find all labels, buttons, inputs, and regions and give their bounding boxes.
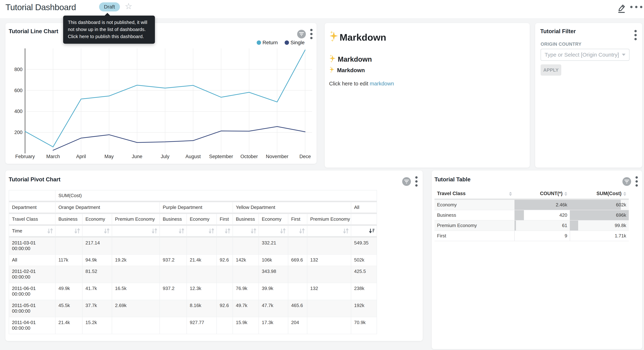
pivot-corner-cell (9, 190, 56, 202)
count-cell: 2.46k (514, 200, 570, 210)
pivot-cell: 927.77 (187, 317, 217, 334)
applied-filters-icon[interactable] (402, 177, 411, 186)
pivot-cell: 106k (259, 254, 288, 266)
pivot-cell: 16.5k (112, 283, 160, 300)
pivot-row-dim-header: Department (9, 202, 56, 214)
pivot-class-header: Economy (259, 214, 288, 226)
markdown-h3: Markdown (329, 66, 365, 74)
pivot-sort-header[interactable] (288, 226, 307, 238)
column-header-count[interactable]: COUNT(*) (514, 188, 570, 200)
travel-class-cell: Business (434, 210, 514, 220)
markdown-paragraph: Click here to edit markdown (329, 81, 394, 87)
pivot-sort-header[interactable] (259, 226, 288, 238)
origin-country-label: ORIGIN COUNTRY (540, 42, 582, 47)
origin-country-select[interactable]: Type or Select [Origin Country] (540, 49, 630, 61)
favorite-star-icon[interactable]: ☆ (125, 1, 132, 12)
x-tick-label: June (132, 154, 142, 159)
pivot-cell (187, 266, 217, 283)
sort-caret-icon (623, 192, 626, 196)
tooltip-line: not show up in the list of dashboards. (68, 26, 150, 33)
pivot-sort-header[interactable] (56, 226, 82, 238)
x-tick-label: July (161, 154, 170, 159)
pivot-cell (56, 238, 82, 254)
pivot-class-header: Economy (187, 214, 217, 226)
pivot-cell: 343.98 (259, 266, 288, 283)
pivot-sort-header[interactable] (160, 226, 187, 238)
filter-menu-kebab-icon[interactable] (634, 29, 638, 41)
pivot-row-label: 2011-04-0100:00:00 (9, 317, 56, 334)
apply-button[interactable]: APPLY (540, 64, 561, 76)
pivot-time-sort-header[interactable]: Time (9, 226, 56, 238)
column-header-sum-cost[interactable]: SUM(Cost) (570, 188, 629, 200)
x-tick-label: May (104, 154, 114, 159)
x-tick-label: August (186, 154, 201, 159)
pivot-table: SUM(Cost)DepartmentOrange DepartmentPurp… (9, 190, 377, 334)
sum-cost-cell: 99.8k (570, 220, 629, 231)
pivot-sort-header[interactable] (217, 226, 233, 238)
pivot-cell: 937.2 (160, 283, 187, 300)
table-row: Business420696k (434, 210, 629, 220)
select-placeholder: Type or Select [Origin Country] (544, 52, 619, 58)
pivot-cell (112, 238, 160, 254)
sum-cost-cell: 1.71k (570, 231, 629, 241)
x-tick-label: February (15, 154, 35, 159)
series-line-single[interactable] (53, 126, 305, 150)
pivot-class-header: Business (233, 214, 259, 226)
pivot-row-label: 2011-02-0100:00:00 (9, 266, 56, 283)
pivot-sort-header-active-desc[interactable] (351, 226, 377, 238)
markdown-h1: Markdown (329, 30, 386, 44)
pivot-class-header: Premium Economy (112, 214, 160, 226)
pivot-chart-title: Tutorial Pivot Chart (9, 176, 60, 183)
pivot-sort-header[interactable] (112, 226, 160, 238)
tooltip-line[interactable]: Click here to publish this dashboard. (68, 33, 150, 40)
pivot-cell: 21.4k (56, 317, 82, 334)
pivot-class-header: First (288, 214, 307, 226)
pivot-class-header: Premium Economy (307, 214, 351, 226)
table-row: Premium Economy6199.8k (434, 220, 629, 231)
pivot-cell: 204 (288, 317, 307, 334)
pivot-cell: 117k (56, 254, 82, 266)
table-row: First91.71k (434, 231, 629, 241)
x-tick-label: September (209, 154, 233, 159)
pivot-cell (217, 283, 233, 300)
pivot-sort-header[interactable] (187, 226, 217, 238)
table-card-title: Tutorial Table (434, 176, 470, 183)
pivot-group-header: Orange Department (56, 202, 160, 214)
line-chart-plot[interactable]: 200400600800FebruaryMarchAprilMayJuneJul… (6, 23, 316, 164)
sparkles-icon (329, 54, 337, 64)
pivot-cell (217, 238, 233, 254)
pivot-cell (307, 238, 351, 254)
pivot-cell: 70.9k (351, 317, 377, 334)
applied-filters-icon[interactable] (622, 177, 631, 186)
pivot-class-header: Economy (82, 214, 112, 226)
column-header-travel-class[interactable]: Travel Class (434, 188, 514, 200)
pivot-cell: 76.9k (233, 283, 259, 300)
pivot-cell: 17.3k (259, 317, 288, 334)
draft-status-badge[interactable]: Draft (99, 2, 120, 12)
pivot-sort-header[interactable] (307, 226, 351, 238)
pivot-cell (233, 238, 259, 254)
chart-menu-kebab-icon[interactable] (414, 176, 418, 187)
pivot-sort-header[interactable] (82, 226, 112, 238)
more-options-icon[interactable] (630, 6, 642, 8)
x-tick-label: October (240, 154, 258, 159)
pivot-cell (307, 317, 351, 334)
top-bar: Tutorial Dashboard Draft ☆ (0, 0, 644, 18)
x-tick-label: Dece (299, 154, 311, 159)
pivot-group-header: Yellow Department (233, 202, 351, 214)
edit-pencil-icon[interactable] (617, 3, 626, 13)
count-cell: 9 (514, 231, 570, 241)
markdown-edit-link[interactable]: markdown (370, 81, 394, 86)
pivot-cell: 425.5 (351, 266, 377, 283)
pivot-row-label: 2011-06-0100:00:00 (9, 283, 56, 300)
markdown-card[interactable]: Markdown Markdown Markdown Click here to… (325, 23, 530, 168)
pivot-cell: 132 (307, 254, 351, 266)
pivot-cell (160, 266, 187, 283)
sort-caret-icon (509, 192, 512, 196)
pivot-cell (160, 238, 187, 254)
pivot-sort-header[interactable] (233, 226, 259, 238)
pivot-cell: 49.7k (233, 300, 259, 317)
filter-card: Tutorial Filter ORIGIN COUNTRY Type or S… (535, 23, 642, 168)
chart-menu-kebab-icon[interactable] (635, 176, 638, 187)
pivot-cell: 465.6 (288, 300, 307, 317)
